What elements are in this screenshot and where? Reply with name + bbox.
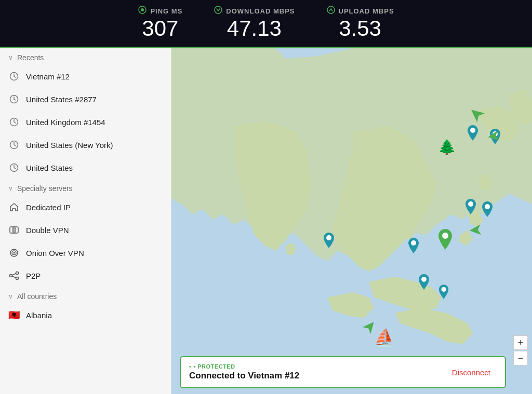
- svg-point-2: [215, 6, 222, 13]
- clock-icon-3: [8, 116, 20, 128]
- map-pin-singapore: [437, 284, 450, 302]
- svg-point-3: [327, 6, 335, 13]
- arrow-annotation-2: ➤: [486, 128, 502, 145]
- albania-label: Albania: [26, 311, 52, 320]
- svg-point-27: [485, 204, 490, 209]
- svg-point-32: [441, 287, 446, 292]
- specialty-section-header[interactable]: ∨ Specialty servers: [0, 179, 171, 196]
- sidebar-item-vietnam12[interactable]: Vietnam #12: [0, 65, 171, 88]
- double-vpn-label: Double VPN: [26, 226, 69, 235]
- svg-point-24: [470, 128, 475, 133]
- svg-line-19: [12, 274, 16, 275]
- svg-point-26: [468, 201, 473, 207]
- map-pin-thailand: [407, 238, 420, 256]
- ping-icon: [138, 5, 147, 17]
- specialty-chevron: ∨: [8, 185, 13, 192]
- arrow-annotation-3: ➤: [468, 222, 484, 239]
- sidebar-item-p2p[interactable]: P2P: [0, 264, 171, 287]
- svg-line-20: [12, 276, 16, 278]
- clock-icon-2: [8, 93, 20, 105]
- status-bar: • • PROTECTED Connected to Vietnam #12 D…: [180, 356, 506, 388]
- zoom-in-button[interactable]: +: [513, 335, 528, 350]
- svg-rect-9: [10, 227, 15, 233]
- onion-vpn-label: Onion Over VPN: [26, 249, 84, 257]
- specialty-label: Specialty servers: [17, 184, 73, 193]
- ping-stat: PING ms 307: [138, 5, 182, 40]
- map-pin-4: [481, 201, 494, 220]
- sidebar-item-us[interactable]: United States: [0, 156, 171, 179]
- svg-text:🌲: 🌲: [438, 139, 456, 156]
- svg-point-1: [141, 8, 144, 11]
- upload-value: 3.53: [339, 17, 381, 40]
- clock-icon-4: [8, 139, 20, 151]
- svg-point-31: [421, 277, 427, 282]
- connected-text: Connected to Vietnam #12: [189, 371, 299, 381]
- p2p-icon: [8, 270, 20, 281]
- sidebar-item-us2877[interactable]: United States #2877: [0, 88, 171, 111]
- ping-value: 307: [142, 17, 178, 40]
- vietnam12-label: Vietnam #12: [26, 72, 70, 81]
- clock-icon-5: [8, 162, 20, 173]
- download-icon: [214, 5, 223, 17]
- us-newyork-label: United States (New York): [26, 141, 113, 150]
- recents-chevron: ∨: [8, 54, 13, 61]
- svg-point-17: [16, 272, 19, 275]
- stats-bar: PING ms 307 DOWNLOAD Mbps 47.13 UPLOAD M…: [0, 0, 532, 48]
- svg-point-28: [442, 233, 448, 239]
- sidebar-item-uk1454[interactable]: United Kingdom #1454: [0, 111, 171, 133]
- onion-icon: [8, 247, 20, 259]
- p2p-label: P2P: [26, 271, 41, 280]
- sidebar-item-dedicated-ip[interactable]: Dedicated IP: [0, 196, 171, 219]
- protected-label: • • PROTECTED: [189, 363, 299, 370]
- dedicated-ip-label: Dedicated IP: [26, 203, 71, 212]
- protected-dot: •: [189, 363, 191, 370]
- all-countries-label: All countries: [17, 292, 57, 301]
- download-stat: DOWNLOAD Mbps 47.13: [214, 5, 295, 40]
- home-icon: [8, 201, 20, 213]
- svg-point-29: [326, 235, 331, 240]
- download-value: 47.13: [227, 17, 282, 40]
- uk1454-label: United Kingdom #1454: [26, 118, 105, 127]
- svg-point-16: [10, 275, 12, 277]
- map-pin-vietnam-active: [436, 229, 454, 253]
- disconnect-button[interactable]: Disconnect: [446, 365, 497, 380]
- sidebar-item-double-vpn[interactable]: Double VPN: [0, 219, 171, 241]
- sidebar: ∨ Recents Vietnam #12 United States #287…: [0, 48, 171, 394]
- sidebar-item-albania[interactable]: 🇦🇱 Albania: [0, 304, 171, 327]
- recents-label: Recents: [17, 53, 44, 62]
- upload-stat: UPLOAD Mbps 3.53: [326, 5, 394, 40]
- sidebar-item-onion-vpn[interactable]: Onion Over VPN: [0, 241, 171, 264]
- svg-rect-10: [13, 227, 18, 233]
- map-pin-india: [322, 233, 336, 251]
- svg-point-18: [16, 277, 19, 280]
- clock-icon: [8, 71, 20, 82]
- albania-flag-icon: 🇦🇱: [8, 309, 20, 321]
- all-countries-section-header[interactable]: ∨ All countries: [0, 287, 171, 304]
- upload-label: UPLOAD Mbps: [339, 7, 394, 15]
- double-vpn-icon: [8, 224, 20, 236]
- map-pin-1: [466, 125, 480, 144]
- ping-label: PING ms: [150, 7, 182, 15]
- map-pin-3: [464, 199, 477, 218]
- status-info: • • PROTECTED Connected to Vietnam #12: [189, 363, 299, 381]
- recents-section-header[interactable]: ∨ Recents: [0, 48, 171, 65]
- sidebar-item-us-newyork[interactable]: United States (New York): [0, 133, 171, 156]
- svg-point-15: [14, 252, 15, 254]
- us-label: United States: [26, 164, 73, 172]
- us2877-label: United States #2877: [26, 95, 97, 104]
- svg-point-30: [411, 240, 416, 246]
- upload-icon: [326, 5, 336, 17]
- download-label: DOWNLOAD Mbps: [226, 7, 295, 15]
- zoom-controls: + −: [513, 335, 528, 365]
- zoom-out-button[interactable]: −: [513, 351, 528, 365]
- map-area: 🌲 ⛵: [171, 48, 532, 394]
- all-countries-chevron: ∨: [8, 293, 13, 300]
- map-pin-malaysia: [417, 274, 431, 293]
- main-content: ∨ Recents Vietnam #12 United States #287…: [0, 48, 532, 394]
